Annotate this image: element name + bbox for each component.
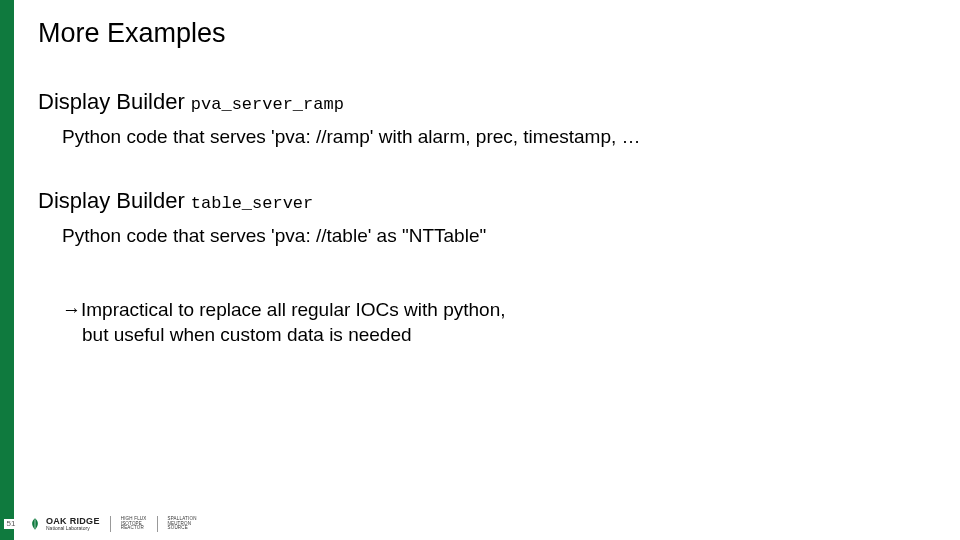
slide-content: More Examples Display Builder pva_server… — [38, 18, 940, 348]
section1-heading: Display Builder pva_server_ramp — [38, 89, 940, 115]
lab2-l3: SOURCE — [168, 526, 197, 531]
slide-title: More Examples — [38, 18, 940, 49]
section1-body: Python code that serves 'pva: //ramp' wi… — [62, 125, 940, 150]
arrow-icon: → — [62, 299, 81, 320]
section2-body: Python code that serves 'pva: //table' a… — [62, 224, 940, 249]
section1-heading-mono: pva_server_ramp — [191, 95, 344, 114]
accent-bar — [0, 0, 14, 540]
divider — [157, 516, 158, 532]
page-number: 51 — [4, 519, 18, 529]
oakridge-logo: OAK RIDGE National Laboratory — [28, 517, 100, 531]
leaf-icon — [28, 517, 42, 531]
logo-group: OAK RIDGE National Laboratory HIGH FLUX … — [28, 516, 197, 532]
section2-heading: Display Builder table_server — [38, 188, 940, 214]
lab1: HIGH FLUX ISOTOPE REACTOR — [121, 517, 147, 531]
note-line1: Impractical to replace all regular IOCs … — [81, 299, 506, 320]
lab2: SPALLATION NEUTRON SOURCE — [168, 517, 197, 531]
section1-heading-text: Display Builder — [38, 89, 191, 114]
oakridge-text: OAK RIDGE National Laboratory — [46, 517, 100, 531]
lab1-l3: REACTOR — [121, 526, 147, 531]
footer: 51 OAK RIDGE National Laboratory HIGH FL… — [0, 516, 960, 532]
section2-heading-text: Display Builder — [38, 188, 191, 213]
oakridge-sub: National Laboratory — [46, 526, 100, 531]
note-block: →Impractical to replace all regular IOCs… — [62, 298, 940, 347]
section2-heading-mono: table_server — [191, 194, 313, 213]
note-line2: but useful when custom data is needed — [82, 324, 412, 345]
divider — [110, 516, 111, 532]
